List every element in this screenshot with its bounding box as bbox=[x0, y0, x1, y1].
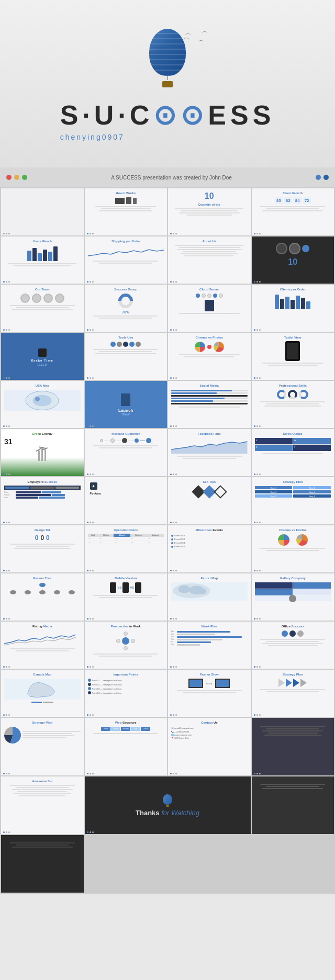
slide-24[interactable]: Swot Analize S W O T bbox=[252, 429, 334, 476]
slide-2[interactable]: How it Works bbox=[85, 188, 168, 235]
slide-13[interactable]: Brake Time 10.11.14 bbox=[1, 333, 84, 380]
slide-11[interactable]: Cloud Server bbox=[168, 285, 251, 332]
slide-12[interactable]: Clients per Order bbox=[252, 285, 334, 332]
slide-22[interactable]: Increase Customer bbox=[85, 429, 168, 476]
slide-30[interactable]: Operation Plans Draft Medium Advance Bus… bbox=[85, 525, 168, 572]
slide-41[interactable]: Canada Map bbox=[1, 670, 84, 717]
slide-28[interactable]: Strategy Plan Step 1 Step 2 Step 3 Step … bbox=[252, 477, 334, 524]
slide-32[interactable]: Chrome vs Firefox ↑ ↓ bbox=[252, 525, 334, 572]
tablet-device bbox=[285, 341, 300, 361]
presentation-info: A SUCCESS presentation was created by Jo… bbox=[111, 175, 232, 181]
slide-8[interactable]: 10 bbox=[252, 236, 334, 284]
slide-52[interactable] bbox=[1, 835, 84, 893]
slide-21[interactable]: Green Energy 31 bbox=[1, 429, 84, 476]
brake-title: Brake Time bbox=[4, 359, 81, 362]
slide-23[interactable]: Facebook Fans bbox=[168, 429, 251, 476]
slide-33-title: Person Tree bbox=[4, 577, 81, 580]
control-bar: A SUCCESS presentation was created by Jo… bbox=[0, 167, 335, 187]
slide-35[interactable]: Export Map bbox=[168, 573, 251, 621]
balloon-basket bbox=[162, 81, 173, 87]
slide-39-title: Week Plan bbox=[171, 625, 248, 628]
slide-41-title: Canada Map bbox=[4, 673, 81, 677]
slide-31[interactable]: Milestones Events Event 2011 Event 2012 … bbox=[168, 525, 251, 572]
slide-25-title: Employers Success bbox=[4, 480, 81, 484]
slide-50[interactable]: Thanks for Watching bbox=[85, 776, 251, 834]
slide-38[interactable]: Prespective in Work bbox=[85, 622, 168, 669]
slide-45[interactable]: Strategy Plan bbox=[1, 718, 84, 775]
customer-steps bbox=[88, 438, 164, 443]
web-structure: Home About Services Blog Contact bbox=[88, 727, 164, 731]
slide-40[interactable]: Office Success bbox=[252, 622, 334, 669]
slide-5[interactable]: Users Reach bbox=[1, 236, 84, 284]
shipping-chart bbox=[88, 245, 164, 258]
donut-percent: 78% bbox=[88, 310, 164, 314]
slide-28-title: Strategy Plan bbox=[255, 480, 331, 484]
slide-51[interactable] bbox=[252, 776, 334, 834]
slide-46[interactable]: Web Structure Home About Services Blog C… bbox=[85, 718, 168, 775]
seo-diamonds bbox=[171, 487, 248, 497]
tool-icons bbox=[88, 342, 164, 347]
slide-42[interactable]: Important Points Point 01 — description … bbox=[85, 670, 168, 717]
usa-map bbox=[4, 390, 81, 411]
employer-table: Name Position Score bbox=[4, 491, 81, 499]
contact-info: 📧 email@example.com 📞 +1 234 567 890 🌐 w… bbox=[171, 727, 248, 740]
slide-19[interactable]: Social Media bbox=[168, 381, 251, 428]
team-circles bbox=[4, 294, 81, 303]
slide-34[interactable]: Mobile Version VS VS bbox=[85, 573, 168, 621]
slide-9-title: Our Team bbox=[4, 288, 81, 291]
minimize-dot[interactable] bbox=[14, 175, 19, 180]
fly-icon: ✈ bbox=[90, 482, 97, 490]
phones: VS VS bbox=[88, 582, 164, 593]
slide-36[interactable]: Gallery Company bbox=[252, 573, 334, 621]
maximize-dot[interactable] bbox=[22, 175, 27, 180]
slide-47-title: Contact Us bbox=[171, 721, 248, 725]
team-growth-lines bbox=[255, 206, 331, 211]
canada-legend bbox=[4, 702, 81, 703]
cloud-icons bbox=[171, 294, 248, 298]
slide-7[interactable]: About Us bbox=[168, 236, 251, 284]
slide-1[interactable] bbox=[1, 188, 84, 235]
slide-27[interactable]: Seo Tips bbox=[168, 477, 251, 524]
slide-29[interactable]: Design Kit 0 0 0 bbox=[1, 525, 84, 572]
slide-31-title: Milestones Events bbox=[171, 528, 248, 532]
launch-text: Launch bbox=[118, 408, 133, 413]
canada-map bbox=[4, 679, 81, 700]
nav-dot-2[interactable] bbox=[323, 175, 329, 180]
bird-icon-2: ⌒ bbox=[202, 30, 208, 39]
slide-10[interactable]: Success Group 78% bbox=[85, 285, 168, 332]
slide-15[interactable]: Chrome vs Firefox bbox=[168, 333, 251, 380]
slide-43[interactable]: Fast or Slow ⟺ bbox=[168, 670, 251, 717]
slide-3[interactable]: 10 Quantity of the bbox=[168, 188, 251, 235]
nav-dot-1[interactable] bbox=[316, 175, 321, 180]
monitor-icons bbox=[88, 197, 164, 204]
bird-icon-3: ⌒ bbox=[198, 39, 204, 48]
slide-30-title: Operation Plans bbox=[88, 528, 164, 532]
slide-20[interactable]: Professional Skills bbox=[252, 381, 334, 428]
slide-37[interactable]: Rating Media bbox=[1, 622, 84, 669]
slide-49[interactable]: Awesome Set bbox=[1, 776, 84, 834]
slide-3-lines bbox=[171, 208, 248, 216]
dark-number: 10 bbox=[255, 257, 331, 267]
slide-9[interactable]: Our Team bbox=[1, 285, 84, 332]
thanks-balloon bbox=[163, 794, 172, 807]
perspective-diagram bbox=[88, 630, 164, 651]
close-dot[interactable] bbox=[6, 175, 12, 180]
slide-16[interactable]: Tablet View bbox=[252, 333, 334, 380]
slide-47[interactable]: Contact Us 📧 email@example.com 📞 +1 234 … bbox=[168, 718, 251, 775]
slide-26[interactable]: ✈ Fly Away bbox=[85, 477, 168, 524]
slide-39[interactable]: Week Plan Mon Tue Wed Thu bbox=[168, 622, 251, 669]
browser-icons bbox=[171, 342, 248, 352]
org-tree bbox=[4, 582, 81, 595]
slide-17-title: USA Map bbox=[4, 384, 81, 388]
slide-4[interactable]: Team Growth 85 82 84 72 bbox=[252, 188, 334, 235]
slide-18[interactable]: Launch "Real" bbox=[85, 381, 168, 428]
slide-33[interactable]: Person Tree bbox=[1, 573, 84, 621]
slide-44[interactable]: Strategy Plan bbox=[252, 670, 334, 717]
slide-48[interactable] bbox=[252, 718, 334, 775]
slide-14[interactable]: Tools Use bbox=[85, 333, 168, 380]
slide-6[interactable]: Shipping per Order bbox=[85, 236, 168, 284]
browser2-icons: ↑ ↓ bbox=[255, 534, 331, 546]
slide-25[interactable]: Employers Success Name Position bbox=[1, 477, 84, 524]
turbines bbox=[4, 448, 81, 461]
slide-17[interactable]: USA Map bbox=[1, 381, 84, 428]
